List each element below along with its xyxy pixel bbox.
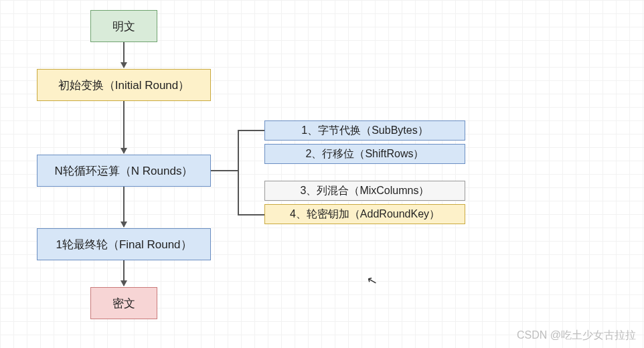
arrow-final-to-ciphertext [123, 260, 125, 286]
arrow-initial-to-rounds [123, 101, 125, 153]
node-final-round: 1轮最终轮（Final Round） [37, 228, 211, 260]
node-plaintext-label: 明文 [112, 19, 135, 34]
round-step-2-label: 2、行移位（ShiftRows） [306, 147, 424, 161]
node-ciphertext: 密文 [90, 287, 157, 319]
round-step-4: 4、轮密钥加（AddRoundKey） [264, 204, 465, 224]
round-step-1: 1、字节代换（SubBytes） [264, 120, 465, 141]
bracket-top-to-step1 [250, 130, 264, 131]
node-n-rounds-label: N轮循环运算（N Rounds） [55, 163, 193, 179]
watermark-text: CSDN @吃土少女古拉拉 [517, 329, 636, 343]
node-initial-label: 初始变换（Initial Round） [58, 78, 190, 93]
node-n-rounds: N轮循环运算（N Rounds） [37, 155, 211, 187]
watermark-label: CSDN @吃土少女古拉拉 [517, 329, 636, 341]
mouse-cursor-icon: ↖ [365, 272, 378, 288]
arrow-plaintext-to-initial [123, 42, 125, 68]
bracket-tick-mid [227, 170, 239, 171]
node-plaintext: 明文 [90, 10, 157, 42]
round-step-4-label: 4、轮密钥加（AddRoundKey） [290, 207, 440, 222]
round-step-3-label: 3、列混合（MixColumns） [301, 184, 430, 198]
round-step-1-label: 1、字节代换（SubBytes） [301, 124, 428, 138]
node-final-label: 1轮最终轮（Final Round） [56, 237, 191, 252]
bracket-round-steps [238, 130, 239, 215]
node-initial-round: 初始变换（Initial Round） [37, 69, 211, 101]
node-ciphertext-label: 密文 [112, 296, 135, 311]
round-step-3: 3、列混合（MixColumns） [264, 181, 465, 201]
arrow-rounds-to-final [123, 187, 125, 227]
bracket-bottom-to-step4 [250, 214, 264, 215]
round-step-2: 2、行移位（ShiftRows） [264, 144, 465, 164]
